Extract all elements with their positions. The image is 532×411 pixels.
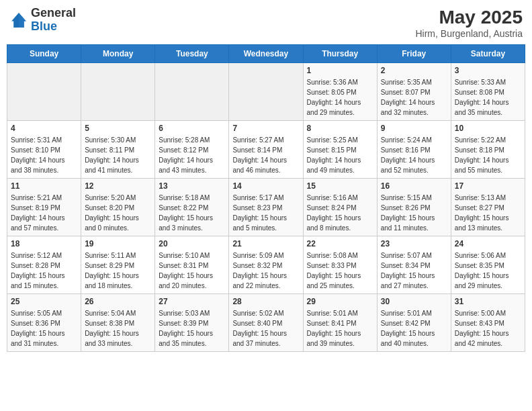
day-number: 18	[11, 239, 77, 248]
page-header: General Blue May 2025 Hirm, Burgenland, …	[7, 7, 525, 39]
calendar-cell: 23Sunrise: 5:07 AM Sunset: 8:34 PM Dayli…	[377, 236, 451, 294]
day-number: 26	[85, 297, 151, 306]
calendar-cell	[155, 63, 229, 121]
logo: General Blue	[9, 7, 76, 34]
calendar-cell: 7Sunrise: 5:27 AM Sunset: 8:14 PM Daylig…	[229, 121, 303, 179]
week-row-4: 18Sunrise: 5:12 AM Sunset: 8:28 PM Dayli…	[7, 236, 525, 294]
weekday-header-tuesday: Tuesday	[155, 45, 229, 63]
week-row-2: 4Sunrise: 5:31 AM Sunset: 8:10 PM Daylig…	[7, 121, 525, 179]
day-info: Sunrise: 5:25 AM Sunset: 8:15 PM Dayligh…	[307, 135, 373, 175]
calendar-cell: 28Sunrise: 5:02 AM Sunset: 8:40 PM Dayli…	[229, 294, 303, 352]
day-info: Sunrise: 5:22 AM Sunset: 8:18 PM Dayligh…	[455, 135, 521, 175]
logo-blue: Blue	[31, 19, 57, 33]
day-number: 9	[381, 124, 447, 133]
day-info: Sunrise: 5:10 AM Sunset: 8:31 PM Dayligh…	[159, 250, 225, 291]
day-info: Sunrise: 5:07 AM Sunset: 8:34 PM Dayligh…	[381, 250, 447, 291]
day-info: Sunrise: 5:16 AM Sunset: 8:24 PM Dayligh…	[307, 193, 373, 233]
day-info: Sunrise: 5:18 AM Sunset: 8:22 PM Dayligh…	[159, 193, 225, 233]
day-info: Sunrise: 5:13 AM Sunset: 8:27 PM Dayligh…	[455, 193, 521, 233]
day-info: Sunrise: 5:31 AM Sunset: 8:10 PM Dayligh…	[11, 135, 77, 175]
title-block: May 2025 Hirm, Burgenland, Austria	[415, 7, 523, 39]
day-info: Sunrise: 5:15 AM Sunset: 8:26 PM Dayligh…	[381, 193, 447, 233]
calendar-cell: 8Sunrise: 5:25 AM Sunset: 8:15 PM Daylig…	[303, 121, 377, 179]
calendar-cell: 22Sunrise: 5:08 AM Sunset: 8:33 PM Dayli…	[303, 236, 377, 294]
calendar-table: SundayMondayTuesdayWednesdayThursdayFrid…	[7, 44, 525, 352]
day-number: 30	[381, 297, 447, 306]
logo-general: General	[31, 6, 76, 19]
calendar-cell: 16Sunrise: 5:15 AM Sunset: 8:26 PM Dayli…	[377, 179, 451, 236]
calendar-cell: 29Sunrise: 5:01 AM Sunset: 8:41 PM Dayli…	[303, 294, 377, 352]
day-info: Sunrise: 5:17 AM Sunset: 8:23 PM Dayligh…	[232, 193, 299, 233]
calendar-cell	[7, 63, 81, 121]
day-number: 19	[85, 239, 151, 248]
calendar-cell: 9Sunrise: 5:24 AM Sunset: 8:16 PM Daylig…	[377, 121, 451, 179]
day-number: 3	[455, 66, 521, 75]
calendar-cell: 20Sunrise: 5:10 AM Sunset: 8:31 PM Dayli…	[155, 236, 229, 294]
calendar-cell: 4Sunrise: 5:31 AM Sunset: 8:10 PM Daylig…	[7, 121, 81, 179]
day-info: Sunrise: 5:05 AM Sunset: 8:36 PM Dayligh…	[11, 308, 77, 349]
calendar-cell: 13Sunrise: 5:18 AM Sunset: 8:22 PM Dayli…	[155, 179, 229, 236]
day-number: 16	[381, 181, 447, 191]
day-info: Sunrise: 5:36 AM Sunset: 8:05 PM Dayligh…	[307, 77, 373, 118]
day-number: 23	[381, 239, 447, 248]
day-number: 14	[232, 181, 299, 191]
day-info: Sunrise: 5:27 AM Sunset: 8:14 PM Dayligh…	[232, 135, 299, 175]
location: Hirm, Burgenland, Austria	[415, 28, 523, 39]
calendar-cell: 14Sunrise: 5:17 AM Sunset: 8:23 PM Dayli…	[229, 179, 303, 236]
calendar-cell: 31Sunrise: 5:00 AM Sunset: 8:43 PM Dayli…	[451, 294, 525, 352]
day-info: Sunrise: 5:28 AM Sunset: 8:12 PM Dayligh…	[159, 135, 225, 175]
calendar-cell: 11Sunrise: 5:21 AM Sunset: 8:19 PM Dayli…	[7, 179, 81, 236]
day-number: 8	[307, 124, 373, 133]
calendar-cell: 24Sunrise: 5:06 AM Sunset: 8:35 PM Dayli…	[451, 236, 525, 294]
weekday-header-saturday: Saturday	[451, 45, 525, 63]
day-number: 12	[85, 181, 151, 191]
day-number: 31	[455, 297, 521, 306]
calendar-cell: 3Sunrise: 5:33 AM Sunset: 8:08 PM Daylig…	[451, 63, 525, 121]
day-info: Sunrise: 5:00 AM Sunset: 8:43 PM Dayligh…	[455, 308, 521, 349]
logo-text: General Blue	[31, 7, 76, 34]
day-info: Sunrise: 5:09 AM Sunset: 8:32 PM Dayligh…	[232, 250, 299, 291]
day-number: 20	[159, 239, 225, 248]
day-number: 22	[307, 239, 373, 248]
day-info: Sunrise: 5:12 AM Sunset: 8:28 PM Dayligh…	[11, 250, 77, 291]
day-info: Sunrise: 5:30 AM Sunset: 8:11 PM Dayligh…	[85, 135, 151, 175]
calendar-cell: 10Sunrise: 5:22 AM Sunset: 8:18 PM Dayli…	[451, 121, 525, 179]
day-info: Sunrise: 5:02 AM Sunset: 8:40 PM Dayligh…	[232, 308, 299, 349]
calendar-cell: 25Sunrise: 5:05 AM Sunset: 8:36 PM Dayli…	[7, 294, 81, 352]
day-number: 1	[307, 66, 373, 75]
weekday-header-row: SundayMondayTuesdayWednesdayThursdayFrid…	[7, 45, 525, 63]
weekday-header-wednesday: Wednesday	[229, 45, 303, 63]
day-number: 11	[11, 181, 77, 191]
calendar-cell: 17Sunrise: 5:13 AM Sunset: 8:27 PM Dayli…	[451, 179, 525, 236]
day-number: 24	[455, 239, 521, 248]
svg-marker-1	[19, 13, 26, 28]
day-number: 2	[381, 66, 447, 75]
calendar-cell: 6Sunrise: 5:28 AM Sunset: 8:12 PM Daylig…	[155, 121, 229, 179]
day-number: 25	[11, 297, 77, 306]
day-number: 27	[159, 297, 225, 306]
day-number: 6	[159, 124, 225, 133]
day-number: 17	[455, 181, 521, 191]
day-info: Sunrise: 5:35 AM Sunset: 8:07 PM Dayligh…	[381, 77, 447, 118]
week-row-1: 1Sunrise: 5:36 AM Sunset: 8:05 PM Daylig…	[7, 63, 525, 121]
day-info: Sunrise: 5:06 AM Sunset: 8:35 PM Dayligh…	[455, 250, 521, 291]
day-number: 29	[307, 297, 373, 306]
weekday-header-friday: Friday	[377, 45, 451, 63]
week-row-5: 25Sunrise: 5:05 AM Sunset: 8:36 PM Dayli…	[7, 294, 525, 352]
day-number: 10	[455, 124, 521, 133]
day-number: 5	[85, 124, 151, 133]
weekday-header-monday: Monday	[81, 45, 155, 63]
calendar-cell	[81, 63, 155, 121]
calendar-cell: 21Sunrise: 5:09 AM Sunset: 8:32 PM Dayli…	[229, 236, 303, 294]
calendar-cell: 15Sunrise: 5:16 AM Sunset: 8:24 PM Dayli…	[303, 179, 377, 236]
calendar-cell: 5Sunrise: 5:30 AM Sunset: 8:11 PM Daylig…	[81, 121, 155, 179]
calendar-cell: 2Sunrise: 5:35 AM Sunset: 8:07 PM Daylig…	[377, 63, 451, 121]
logo-icon	[9, 11, 28, 30]
calendar-cell: 19Sunrise: 5:11 AM Sunset: 8:29 PM Dayli…	[81, 236, 155, 294]
week-row-3: 11Sunrise: 5:21 AM Sunset: 8:19 PM Dayli…	[7, 179, 525, 236]
day-info: Sunrise: 5:33 AM Sunset: 8:08 PM Dayligh…	[455, 77, 521, 118]
day-info: Sunrise: 5:21 AM Sunset: 8:19 PM Dayligh…	[11, 193, 77, 233]
calendar-cell: 26Sunrise: 5:04 AM Sunset: 8:38 PM Dayli…	[81, 294, 155, 352]
day-info: Sunrise: 5:24 AM Sunset: 8:16 PM Dayligh…	[381, 135, 447, 175]
calendar-cell: 1Sunrise: 5:36 AM Sunset: 8:05 PM Daylig…	[303, 63, 377, 121]
